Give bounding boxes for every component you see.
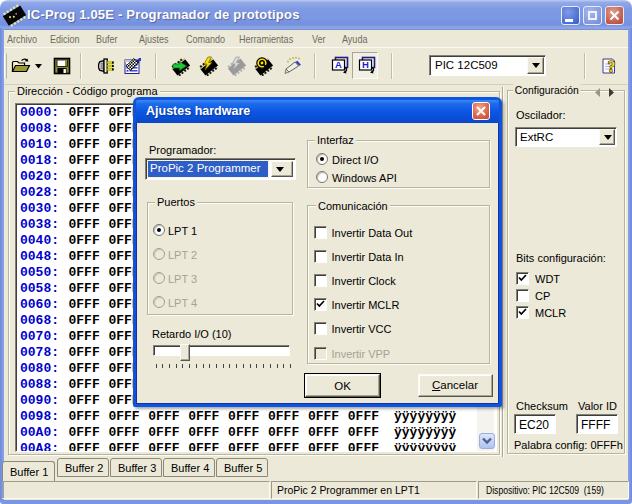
svg-text:A: A xyxy=(335,59,342,70)
svg-text:H: H xyxy=(362,59,369,70)
svg-text:?: ? xyxy=(608,58,616,75)
